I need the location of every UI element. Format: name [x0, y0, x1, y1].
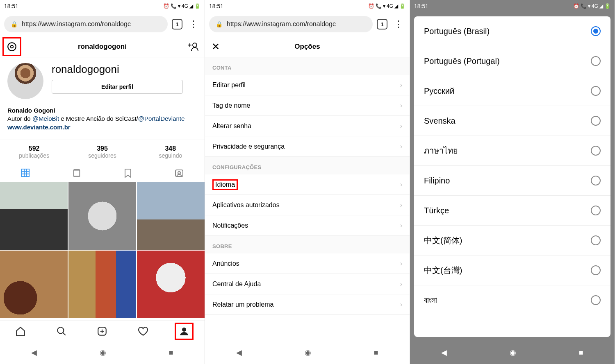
- close-button[interactable]: ✕: [205, 41, 226, 52]
- feed-icon: [72, 169, 81, 178]
- bottom-nav: [0, 321, 205, 341]
- nav-home[interactable]: [0, 321, 41, 341]
- battery-icon: 🔋: [604, 3, 610, 9]
- opt-notificacoes[interactable]: Notificações›: [205, 215, 410, 236]
- browser-toolbar: 🔒 https://www.instagram.com/ronaldogc 1 …: [0, 12, 205, 36]
- status-icons: ⏰ 📞 ▾ 4G ◢ 🔋: [368, 3, 405, 9]
- nav-activity[interactable]: [123, 321, 164, 341]
- profile-tabs: [0, 164, 205, 182]
- avatar[interactable]: [7, 63, 43, 99]
- lang-label: বাংলা: [424, 296, 437, 305]
- post-thumb[interactable]: [0, 182, 68, 250]
- section-sobre: SOBRE: [205, 236, 410, 253]
- tab-feed[interactable]: [51, 164, 102, 182]
- lang-option[interactable]: Türkçe: [414, 196, 610, 226]
- radio-icon: [591, 265, 601, 275]
- url-bar[interactable]: 🔒 https://www.instagram.com/ronaldogc: [4, 16, 168, 32]
- nav-home-icon[interactable]: ◉: [100, 348, 106, 357]
- phone-options: 18:51 ⏰ 📞 ▾ 4G ◢ 🔋 🔒 https://www.instagr…: [205, 0, 410, 364]
- dialog-backdrop[interactable]: Português (Brasil) Português (Portugal) …: [410, 12, 615, 341]
- lang-label: Filipino: [424, 176, 450, 185]
- overflow-menu-icon[interactable]: ⋮: [392, 19, 405, 29]
- post-thumb[interactable]: [68, 251, 136, 318]
- stat-followers[interactable]: 395seguidores: [68, 140, 136, 164]
- system-nav: ◀ ◉ ■: [205, 341, 410, 364]
- nav-home-icon[interactable]: ◉: [305, 348, 311, 357]
- status-bar: 18:51 ⏰ 📞 ▾ 4G ◢ 🔋: [205, 0, 410, 12]
- profile-header-bar: ronaldogogoni: [0, 36, 205, 57]
- lang-label: Türkçe: [424, 206, 449, 215]
- nav-back-icon[interactable]: ◀: [441, 348, 447, 357]
- post-thumb[interactable]: [137, 182, 205, 250]
- lang-option[interactable]: Русский: [414, 76, 610, 106]
- tab-count-button[interactable]: 1: [377, 19, 387, 29]
- opt-alterar-senha[interactable]: Alterar senha›: [205, 116, 410, 136]
- lang-option[interactable]: Svenska: [414, 106, 610, 136]
- opt-anuncios[interactable]: Anúncios›: [205, 253, 410, 274]
- svg-rect-5: [175, 170, 183, 176]
- opt-idioma[interactable]: Idioma›: [205, 174, 410, 195]
- overflow-menu-icon[interactable]: ⋮: [187, 19, 200, 29]
- section-configuracoes: CONFIGURAÇÕES: [205, 157, 410, 174]
- lang-label: Português (Brasil): [424, 27, 490, 36]
- wifi-icon: ▾: [588, 3, 590, 9]
- opt-editar-perfil[interactable]: Editar perfil›: [205, 75, 410, 95]
- phone-profile: 18:51 ⏰ 📞 ▾ 4G ◢ 🔋 🔒 https://www.instagr…: [0, 0, 205, 364]
- lang-option[interactable]: ภาษาไทย: [414, 136, 610, 166]
- discover-people-button[interactable]: [187, 42, 199, 52]
- lang-option-selected[interactable]: Português (Brasil): [414, 16, 610, 46]
- nav-profile[interactable]: [164, 321, 205, 341]
- bio-mention-2[interactable]: @PortalDeviante: [138, 115, 185, 122]
- lang-option[interactable]: 中文(台灣): [414, 255, 610, 285]
- opt-problema[interactable]: Relatar um problema›: [205, 294, 410, 315]
- stat-following[interactable]: 348seguindo: [137, 140, 205, 164]
- chevron-right-icon: ›: [400, 222, 402, 229]
- post-thumb[interactable]: [68, 182, 136, 250]
- phone-language: 18:51 ⏰ 📞 ▾ 4G ◢ 🔋 Português (Brasil) Po…: [410, 0, 615, 364]
- opt-aplicativos[interactable]: Aplicativos autorizados›: [205, 195, 410, 215]
- opt-ajuda[interactable]: Central de Ajuda›: [205, 274, 410, 294]
- nav-recents-icon[interactable]: ■: [169, 348, 173, 357]
- url-text: https://www.instagram.com/ronaldogc: [22, 20, 131, 28]
- nav-home-icon[interactable]: ◉: [510, 348, 516, 357]
- heart-icon: [138, 326, 148, 337]
- chevron-right-icon: ›: [400, 280, 402, 288]
- tab-count-button[interactable]: 1: [172, 19, 182, 29]
- wifi-icon: ▾: [383, 3, 385, 9]
- lock-icon: 🔒: [216, 21, 223, 27]
- lang-label: Português (Portugal): [424, 57, 500, 66]
- system-nav: ◀ ◉ ■: [410, 341, 615, 364]
- edit-profile-button[interactable]: Editar perfil: [52, 80, 183, 94]
- post-thumb[interactable]: [0, 251, 68, 318]
- profile-icon: [179, 326, 189, 336]
- lang-option[interactable]: Filipino: [414, 166, 610, 196]
- tab-tagged[interactable]: [153, 164, 205, 182]
- nav-add[interactable]: [82, 321, 123, 341]
- nav-back-icon[interactable]: ◀: [31, 348, 37, 357]
- nav-recents-icon[interactable]: ■: [579, 348, 583, 357]
- url-bar[interactable]: 🔒 https://www.instagram.com/ronaldogc: [209, 16, 373, 32]
- nav-back-icon[interactable]: ◀: [236, 348, 242, 357]
- radio-icon: [591, 56, 601, 66]
- options-title: Opções: [205, 43, 410, 51]
- lang-option[interactable]: Português (Portugal): [414, 46, 610, 76]
- full-name: Ronaldo Gogoni: [7, 106, 197, 115]
- search-icon: [56, 326, 67, 337]
- stat-posts[interactable]: 592publicações: [0, 140, 68, 164]
- bio-mention-1[interactable]: @MeioBit: [32, 115, 59, 122]
- bio-website[interactable]: www.deviante.com.br: [7, 123, 197, 131]
- opt-privacidade[interactable]: Privacidade e segurança›: [205, 136, 410, 157]
- chevron-right-icon: ›: [400, 102, 402, 109]
- lang-option[interactable]: বাংলা: [414, 285, 610, 315]
- lang-label: 中文(台灣): [424, 265, 462, 276]
- opt-tag-de-nome[interactable]: Tag de nome›: [205, 95, 410, 116]
- tab-saved[interactable]: [102, 164, 154, 182]
- nav-search[interactable]: [41, 321, 82, 341]
- svg-point-6: [178, 172, 180, 174]
- nav-recents-icon[interactable]: ■: [374, 348, 378, 357]
- tab-grid[interactable]: [0, 164, 51, 182]
- lang-option[interactable]: 中文(简体): [414, 226, 610, 255]
- bio-text: Ronaldo Gogoni Autor do @MeioBit e Mestr…: [7, 106, 197, 131]
- svg-point-7: [57, 327, 64, 333]
- post-thumb[interactable]: [137, 251, 205, 318]
